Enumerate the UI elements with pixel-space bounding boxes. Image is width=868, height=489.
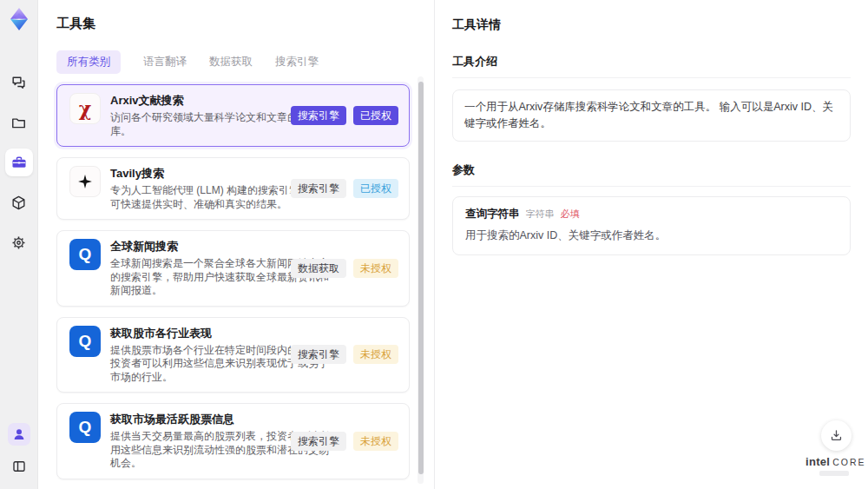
tool-card-arxiv[interactable]: χ Arxiv文献搜索 访问各个研究领域大量科学论文和文章的存储库。 搜索引擎 … — [56, 84, 410, 147]
tool-card-tavily[interactable]: Tavily搜索 专为人工智能代理 (LLM) 构建的搜索引擎工具，可快速提供实… — [56, 157, 410, 220]
params-heading: 参数 — [452, 162, 851, 187]
tool-name: 全球新闻搜索 — [110, 239, 334, 254]
chat-icon — [10, 75, 27, 91]
tool-details-panel: 工具详情 工具介绍 一个用于从Arxiv存储库搜索科学论文和文章的工具。 输入可… — [434, 0, 868, 489]
auth-status-badge: 未授权 — [353, 259, 398, 278]
category-badge: 搜索引擎 — [291, 345, 346, 364]
sidebar-item-settings[interactable] — [5, 228, 33, 256]
user-avatar-icon — [12, 427, 26, 441]
app-logo-icon — [6, 6, 32, 32]
intro-heading: 工具介绍 — [452, 54, 851, 78]
param-type: 字符串 — [526, 208, 555, 221]
sidebar — [0, 0, 38, 489]
param-name: 查询字符串 — [465, 207, 520, 221]
tab-all-categories[interactable]: 所有类别 — [56, 50, 121, 74]
core-wordmark: CORE — [832, 457, 865, 467]
stock-sector-icon: Q — [69, 326, 101, 357]
tool-name: 获取股市各行业表现 — [110, 326, 334, 341]
category-badge: 搜索引擎 — [291, 179, 346, 198]
intel-wordmark: intel — [806, 455, 830, 468]
tab-search-engine[interactable]: 搜索引擎 — [275, 50, 319, 74]
download-icon — [829, 428, 844, 443]
category-badge: 搜索引擎 — [291, 432, 346, 451]
tab-language-translation[interactable]: 语言翻译 — [143, 50, 187, 74]
tavily-sparkle-icon — [69, 166, 101, 197]
scrollbar-thumb[interactable] — [418, 82, 424, 474]
param-required-badge: 必填 — [561, 208, 580, 221]
tool-name: 获取市场最活跃股票信息 — [110, 412, 334, 427]
app-window: 工具集 所有类别 语言翻译 数据获取 搜索引擎 χ Arxiv文献搜索 访问各个… — [0, 0, 868, 489]
tool-intro-text: 一个用于从Arxiv存储库搜索科学论文和文章的工具。 输入可以是Arxiv ID… — [452, 89, 851, 142]
active-stocks-icon: Q — [69, 412, 101, 443]
arxiv-logo-icon: χ — [69, 93, 101, 124]
category-tabs: 所有类别 语言翻译 数据获取 搜索引擎 — [56, 50, 410, 74]
tool-list: χ Arxiv文献搜索 访问各个研究领域大量科学论文和文章的存储库。 搜索引擎 … — [56, 84, 410, 489]
intel-core-logo: intelCORE — [806, 455, 863, 476]
collapse-sidebar-button[interactable] — [9, 456, 30, 477]
briefcase-icon — [10, 154, 28, 171]
download-button[interactable] — [821, 420, 852, 451]
gear-icon — [10, 235, 27, 251]
list-scrollbar[interactable] — [418, 76, 424, 484]
parameter-card: 查询字符串 字符串 必填 用于搜索的Arxiv ID、关键字或作者姓名。 — [452, 196, 851, 255]
panel-toggle-icon — [11, 459, 27, 474]
auth-status-badge: 未授权 — [353, 345, 398, 364]
sidebar-item-tools[interactable] — [5, 149, 33, 176]
folder-icon — [10, 115, 27, 131]
brand-sub-bar — [819, 471, 849, 476]
tool-card-stock-sector[interactable]: Q 获取股市各行业表现 提供股票市场各个行业在特定时间段内的表现。投资者可以利用… — [56, 317, 410, 393]
page-title: 工具集 — [56, 16, 410, 32]
sidebar-item-chat[interactable] — [5, 69, 33, 96]
tool-list-panel: 工具集 所有类别 语言翻译 数据获取 搜索引擎 χ Arxiv文献搜索 访问各个… — [38, 0, 434, 489]
news-search-icon: Q — [69, 239, 101, 270]
auth-status-badge: 已授权 — [353, 179, 398, 198]
sidebar-item-models[interactable] — [5, 188, 33, 216]
sidebar-item-files[interactable] — [5, 109, 33, 136]
tool-card-active-stocks[interactable]: Q 获取市场最活跃股票信息 提供当天交易量最高的股票列表，投资者可以利用这些信息… — [56, 403, 410, 479]
category-badge: 数据获取 — [291, 259, 346, 278]
tool-card-global-news[interactable]: Q 全球新闻搜索 全球新闻搜索是一个聚合全球各大新闻网站内容的搜索引擎，帮助用户… — [56, 230, 410, 307]
auth-status-badge: 未授权 — [353, 432, 398, 451]
cube-icon — [10, 195, 27, 211]
user-avatar[interactable] — [8, 423, 30, 446]
param-description: 用于搜索的Arxiv ID、关键字或作者姓名。 — [465, 228, 838, 243]
tab-data-fetch[interactable]: 数据获取 — [209, 50, 253, 74]
details-title: 工具详情 — [452, 17, 851, 33]
category-badge: 搜索引擎 — [291, 106, 346, 125]
auth-status-badge: 已授权 — [353, 106, 398, 125]
